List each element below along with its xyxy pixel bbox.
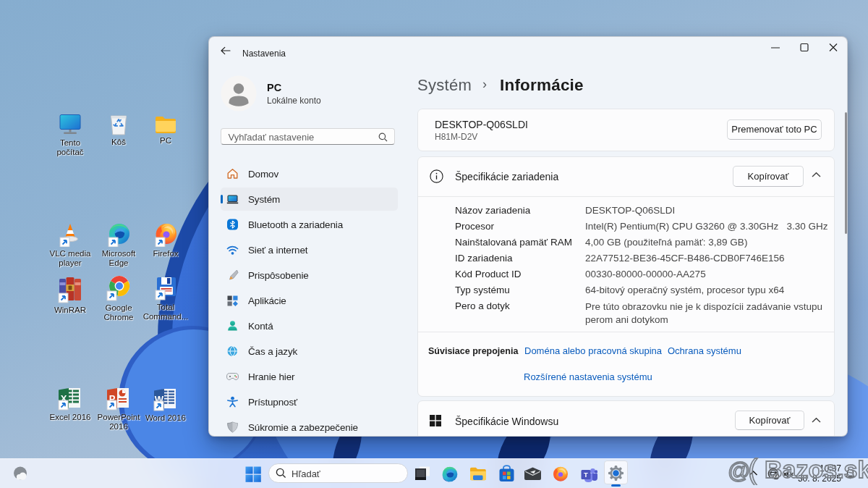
svg-text:(: ( xyxy=(748,454,758,485)
svg-text:T: T xyxy=(584,471,588,479)
svg-text:@: @ xyxy=(728,458,750,484)
svg-text:Bazos.sk: Bazos.sk xyxy=(765,455,868,483)
